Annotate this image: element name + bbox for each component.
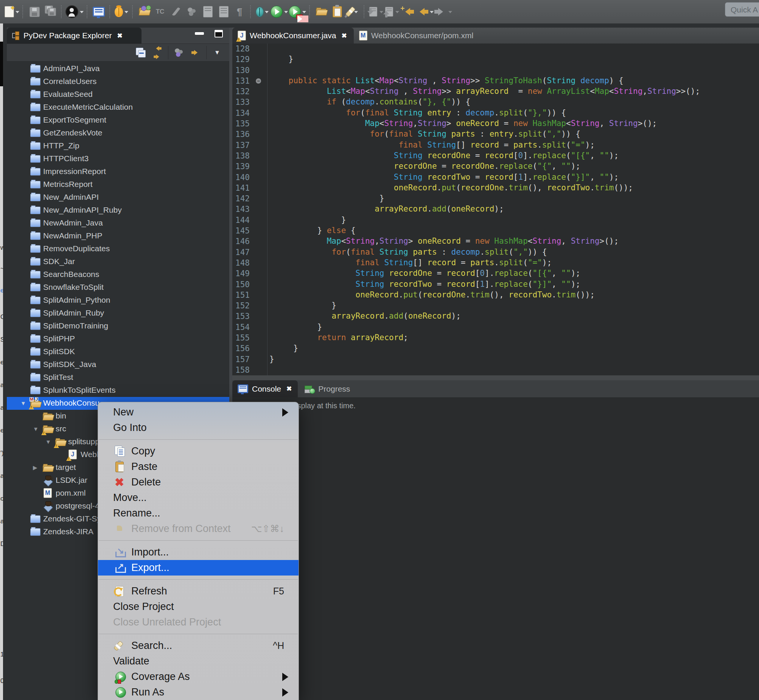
dropdown-arrow-icon[interactable] [448,11,452,15]
tree-item-snowflaketosplit[interactable]: SnowflakeToSplit [7,281,229,294]
menu-item-label: Paste [131,461,158,473]
tree-item-splitdemotraining[interactable]: SplitDemoTraining [7,320,229,333]
close-icon[interactable]: ✖ [117,32,122,40]
chevron-down-icon[interactable]: ▼ [45,439,51,445]
menu-item-rename[interactable]: Rename... [98,506,298,521]
tree-item-splitsdk[interactable]: SplitSDK [7,345,229,358]
link-with-editor-button[interactable] [149,45,166,60]
tree-item-correlateusers[interactable]: CorrelateUsers [7,75,229,88]
minimize-button[interactable] [195,32,204,35]
tree-item-impressionreport[interactable]: ImpressionReport [7,166,229,178]
tree-item-sdk-jar[interactable]: SDK_Jar [7,255,229,268]
code-line: for(final String parts : decomp.split(",… [269,247,757,257]
tree-item-splitadmin-ruby[interactable]: SplitAdmin_Ruby [7,307,229,320]
dropdown-arrow-icon[interactable] [80,11,84,15]
tree-item-executemetriccalculation[interactable]: ExecuteMetricCalculation [7,101,229,114]
tree-item-splittest[interactable]: SplitTest [7,371,229,384]
tree-item-splitadmin-python[interactable]: SplitAdmin_Python [7,294,229,307]
dropdown-arrow-icon[interactable] [395,11,399,15]
project-icon [30,295,41,305]
tree-item-searchbeacons[interactable]: SearchBeacons [7,268,229,281]
menu-item-export[interactable]: ↗Export... [98,560,298,575]
tree-item-newadmin-java[interactable]: NewAdmin_Java [7,217,229,230]
tab-webhookconsumer-java[interactable]: JWebhookConsumer.java✖ [232,28,354,44]
tree-item-new-adminapi[interactable]: New_AdminAPI [7,191,229,204]
menu-item-new[interactable]: New [98,405,298,420]
open-folder-button[interactable] [314,3,329,20]
dropdown-arrow-icon[interactable] [302,11,306,15]
tree-item-getzendeskvote[interactable]: GetZendeskVote [7,127,229,140]
tree-item-splunktosplitevents[interactable]: SplunkToSplitEvents [7,384,229,397]
quick-access-box[interactable]: Quick A [725,2,759,17]
menu-item-copy[interactable]: Copy [98,444,298,459]
tab-console[interactable]: Console✖ [232,380,298,397]
menu-item-go-into[interactable]: Go Into [98,420,298,436]
new-wizard-button[interactable]: ✦ [4,3,19,20]
menu-item-close-project[interactable]: Close Project [98,599,298,614]
dropdown-arrow-icon[interactable] [430,11,434,15]
explorer-toolbar: ▼ [7,44,229,62]
tree-item-newadmin-php[interactable]: NewAdmin_PHP [7,230,229,242]
tree-item-splitsdk-java[interactable]: SplitSDK_Java [7,358,229,371]
chevron-down-icon[interactable]: ▼ [33,426,39,432]
tree-item-removeduplicates[interactable]: RemoveDuplicates [7,242,229,255]
tree-item-label: SplitTest [43,373,73,382]
dropdown-arrow-icon[interactable] [125,11,128,15]
menu-item-import[interactable]: ↘Import... [98,544,298,560]
account-button[interactable] [66,3,84,20]
maximize-button[interactable] [214,30,223,38]
view-menu-button[interactable]: ▼ [209,45,225,60]
debug-beetle-button[interactable] [255,3,270,20]
back-button[interactable] [416,3,434,20]
code-line: oneRecord.put(recordOne.trim(), recordTw… [269,289,757,300]
link-resource-button[interactable] [187,45,204,60]
code-area[interactable]: } public static List<Map<String , String… [269,43,757,380]
tab-progress[interactable]: Progress [298,380,356,397]
menu-item-validate[interactable]: Validate [98,653,298,669]
chevron-right-icon[interactable]: ▶ [33,464,37,471]
run-button[interactable] [270,3,288,20]
tree-item-splitphp[interactable]: SplitPHP [7,333,229,345]
feather-button [169,3,184,20]
tab-webhookconsumer-pom-xml[interactable]: MWebhookConsumer/pom.xml [354,28,480,44]
tree-item-exporttosegment[interactable]: ExportToSegment [7,114,229,127]
menu-item-move[interactable]: Move... [98,490,298,506]
highlighter-button[interactable] [345,3,361,20]
close-icon[interactable]: ✖ [341,32,347,40]
collapse-all-button[interactable] [133,45,149,60]
close-icon[interactable]: ✖ [286,385,292,393]
run-config-folder-button[interactable] [137,3,152,20]
tree-item-label: HTTP_Zip [43,141,80,150]
menu-item-delete[interactable]: ✖Delete [98,475,298,490]
tree-item-http-zip[interactable]: HTTP_Zip [7,140,229,153]
menu-item-search[interactable]: Search...^H [98,638,298,653]
tree-item-adminapi-java[interactable]: AdminAPI_Java [7,62,229,75]
menu-item-paste[interactable]: Paste [98,459,298,475]
back-snap-button[interactable] [400,3,415,20]
dropdown-arrow-icon[interactable] [16,11,19,15]
coverage-button[interactable] [289,3,306,20]
toolbar-separator [61,5,62,18]
background-text-fragment: el [0,359,3,366]
dropdown-arrow-icon[interactable] [284,11,288,15]
menu-item-run-as[interactable]: Run As [98,684,298,700]
chevron-down-icon[interactable]: ▼ [20,400,26,406]
tree-item-evaluateseed[interactable]: EvaluateSeed [7,88,229,101]
dropdown-arrow-icon[interactable] [354,11,358,15]
fold-marker-icon[interactable]: − [256,78,261,84]
menu-item-coverage-as[interactable]: Coverage As [98,669,298,684]
tree-item-metricsreport[interactable]: MetricsReport [7,178,229,191]
dropdown-arrow-icon[interactable] [380,11,383,15]
tree-item-new-adminapi-ruby[interactable]: New_AdminAPI_Ruby [7,204,229,217]
tab-pydev-package-explorer[interactable]: PyDev Package Explorer ✖ [7,28,142,44]
dropdown-arrow-icon[interactable] [265,11,269,15]
focus-on-task-button[interactable] [171,45,187,60]
editor-console-divider[interactable] [232,375,759,380]
console-view-button[interactable] [91,3,106,20]
tree-item-httpclient3[interactable]: HTTPClient3 [7,153,229,166]
menu-item-refresh[interactable]: RefreshF5 [98,583,298,599]
pom-icon: M [359,31,367,41]
bug-tool-button[interactable] [114,3,129,20]
menu-item-label: New [113,406,134,418]
paste-clipboard-button[interactable] [330,3,345,20]
